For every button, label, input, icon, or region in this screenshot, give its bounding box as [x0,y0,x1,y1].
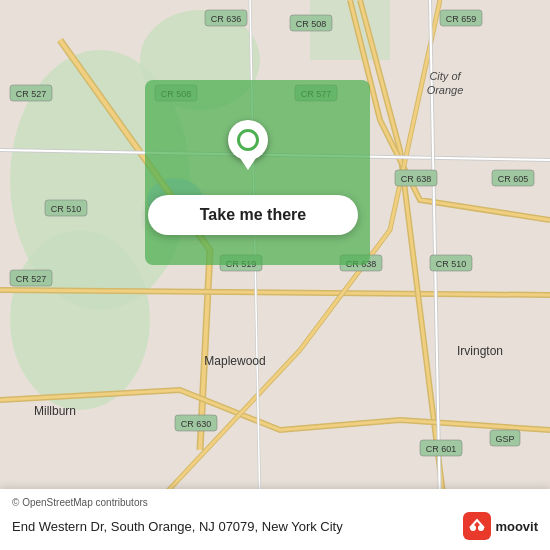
map-background [0,0,550,550]
address-row: End Western Dr, South Orange, NJ 07079, … [12,512,538,540]
bottom-bar: © OpenStreetMap contributors End Western… [0,489,550,550]
map-container: CR 636 CR 508 CR 659 CR 527 CR 508 City … [0,0,550,550]
pin-tail [240,158,256,170]
location-pin [228,120,268,170]
take-me-there-button[interactable]: Take me there [148,195,358,235]
address-text: End Western Dr, South Orange, NJ 07079, … [12,519,463,534]
moovit-logo: moovit [463,512,538,540]
attribution-text: © OpenStreetMap contributors [12,497,148,508]
moovit-text: moovit [495,519,538,534]
moovit-brand-icon [463,512,491,540]
pin-circle [228,120,268,160]
attribution: © OpenStreetMap contributors [12,497,538,508]
